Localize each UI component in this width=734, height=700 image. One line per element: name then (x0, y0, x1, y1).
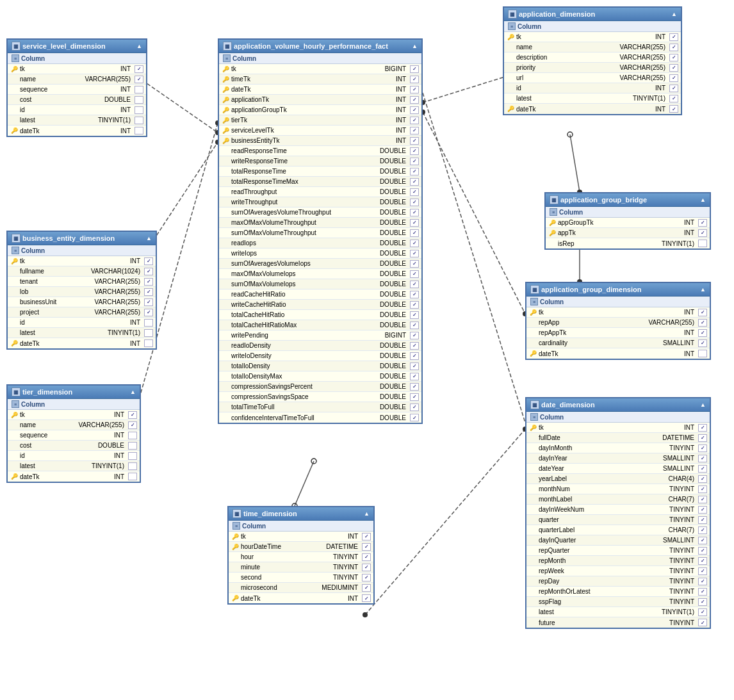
svg-line-27 (423, 93, 525, 423)
application-group-bridge-header: ▦ application_group_bridge ▲ (546, 193, 710, 207)
col-subheader: ≡ Column (8, 245, 156, 256)
sort-icon: ▲ (412, 43, 418, 49)
sort-icon: ▲ (700, 402, 706, 408)
fk-icon: 🔑 (10, 127, 18, 134)
table-row: writeResponseTime DOUBLE (219, 156, 421, 167)
table-row: quarter TINYINT (526, 515, 710, 525)
table-row: name VARCHAR(255) (504, 42, 681, 53)
table-row: 🔑 tk INT (8, 410, 140, 420)
table-row: sumOfAveragesVolumeThroughput DOUBLE (219, 208, 421, 218)
table-row: totalIoDensity DOUBLE (219, 361, 421, 371)
application-group-dimension-table: ▦ application_group_dimension ▲ ≡ Column… (525, 282, 711, 360)
table-row: writeThroughput DOUBLE (219, 197, 421, 208)
table-row: 🔑 tk INT (504, 32, 681, 42)
table-row: latest TINYINT(1) (8, 328, 156, 338)
table-row: 🔑 dateTk INT (8, 338, 156, 348)
svg-line-21 (295, 461, 314, 506)
col-subheader: ≡ Column (504, 21, 681, 32)
svg-line-18 (423, 112, 525, 314)
date-dimension-table: ▦ date_dimension ▲ ≡ Column 🔑 tk INT ful… (525, 397, 711, 629)
business-entity-dimension-title: business_entity_dimension (22, 234, 115, 242)
table-row: dayInWeekNum TINYINT (526, 505, 710, 515)
table-row: sumOfMaxVolumeIops DOUBLE (219, 279, 421, 289)
table-row: sequence INT (8, 85, 146, 95)
table-row: 🔑 tk INT (526, 307, 710, 318)
table-row: latest TINYINT(1) (8, 461, 140, 471)
table-row: totalCacheHitRatioMax DOUBLE (219, 320, 421, 330)
table-row: businessUnit VARCHAR(255) (8, 297, 156, 307)
table-icon: ▦ (12, 234, 20, 243)
table-row: 🔑 dateTk INT (504, 104, 681, 114)
table-row: repWeek TINYINT (526, 566, 710, 576)
svg-line-24 (365, 429, 525, 615)
table-row: yearLabel CHAR(4) (526, 474, 710, 484)
tier-dimension-title: tier_dimension (22, 388, 72, 396)
table-row: 🔑 applicationGroupTk INT (219, 105, 421, 115)
table-row: readCacheHitRatio DOUBLE (219, 289, 421, 300)
table-row: totalResponseTimeMax DOUBLE (219, 177, 421, 187)
table-row: name VARCHAR(255) (8, 74, 146, 85)
sort-icon: ▲ (364, 510, 370, 517)
table-row: 🔑 tk INT (8, 256, 156, 266)
table-row: id INT (504, 83, 681, 94)
pk-icon: 🔑 (10, 65, 18, 73)
col-subheader: ≡ Column (526, 297, 710, 307)
table-row: 🔑 tierTk INT (219, 115, 421, 126)
table-row: tenant VARCHAR(255) (8, 277, 156, 287)
table-row: totalResponseTime DOUBLE (219, 167, 421, 177)
table-icon: ▦ (232, 509, 241, 518)
table-row: readThroughput DOUBLE (219, 187, 421, 197)
table-row: writeIops DOUBLE (219, 248, 421, 259)
table-row: totalCacheHitRatio DOUBLE (219, 310, 421, 320)
table-row: hour TINYINT (229, 552, 373, 562)
svg-point-22 (311, 459, 316, 464)
table-row: dayInYear SMALLINT (526, 453, 710, 464)
fact-table: ▦ application_volume_hourly_performance_… (218, 38, 423, 424)
table-row: repQuarter TINYINT (526, 546, 710, 556)
table-row: readIops DOUBLE (219, 238, 421, 248)
table-row: 🔑 dateTk INT (8, 471, 140, 482)
application-dimension-title: application_dimension (519, 10, 595, 18)
table-row: monthLabel CHAR(7) (526, 494, 710, 505)
table-row: writePending BIGINT (219, 330, 421, 341)
fact-table-header: ▦ application_volume_hourly_performance_… (219, 40, 421, 53)
table-row: isRep TINYINT(1) (546, 238, 710, 248)
table-row: cost DOUBLE (8, 441, 140, 451)
table-row: latest TINYINT(1) (526, 607, 710, 617)
table-row: writeIoDensity DOUBLE (219, 351, 421, 361)
table-row: id INT (8, 451, 140, 461)
svg-point-13 (567, 132, 573, 137)
table-row: compressionSavingsSpace DOUBLE (219, 392, 421, 402)
table-row: priority VARCHAR(255) (504, 63, 681, 73)
time-dimension-title: time_dimension (243, 510, 297, 517)
sort-icon: ▲ (130, 389, 136, 395)
table-row: dateYear SMALLINT (526, 464, 710, 474)
application-group-bridge-title: application_group_bridge (560, 196, 647, 204)
table-row: future TINYINT (526, 617, 710, 628)
table-row: 🔑 dateTk INT (219, 85, 421, 95)
table-row: lob VARCHAR(255) (8, 287, 156, 297)
table-row: monthNum TINYINT (526, 484, 710, 494)
table-row: cost DOUBLE (8, 95, 146, 105)
date-dimension-header: ▦ date_dimension ▲ (526, 398, 710, 412)
table-row: 🔑 appTk INT (546, 228, 710, 238)
svg-point-25 (363, 612, 368, 617)
table-row: name VARCHAR(255) (8, 420, 140, 430)
table-row: minute TINYINT (229, 562, 373, 573)
table-icon: ▦ (12, 387, 20, 396)
col-subheader: ≡ Column (8, 53, 146, 64)
table-icon: ▦ (223, 42, 232, 51)
date-dimension-title: date_dimension (541, 401, 595, 409)
table-row: readResponseTime DOUBLE (219, 146, 421, 156)
col-subheader: ≡ Column (219, 53, 421, 64)
business-entity-dimension-header: ▦ business_entity_dimension ▲ (8, 232, 156, 245)
table-row: 🔑 hourDateTime DATETIME (229, 542, 373, 552)
time-dimension-header: ▦ time_dimension ▲ (229, 507, 373, 521)
table-row: 🔑 dateTk INT (526, 348, 710, 359)
table-row: 🔑 applicationTk INT (219, 95, 421, 105)
table-row: totalIoDensityMax DOUBLE (219, 371, 421, 382)
table-row: 🔑 dateTk INT (8, 126, 146, 136)
col-subheader: ≡ Column (526, 412, 710, 423)
svg-line-12 (570, 134, 580, 192)
table-row: cardinality SMALLINT (526, 338, 710, 348)
